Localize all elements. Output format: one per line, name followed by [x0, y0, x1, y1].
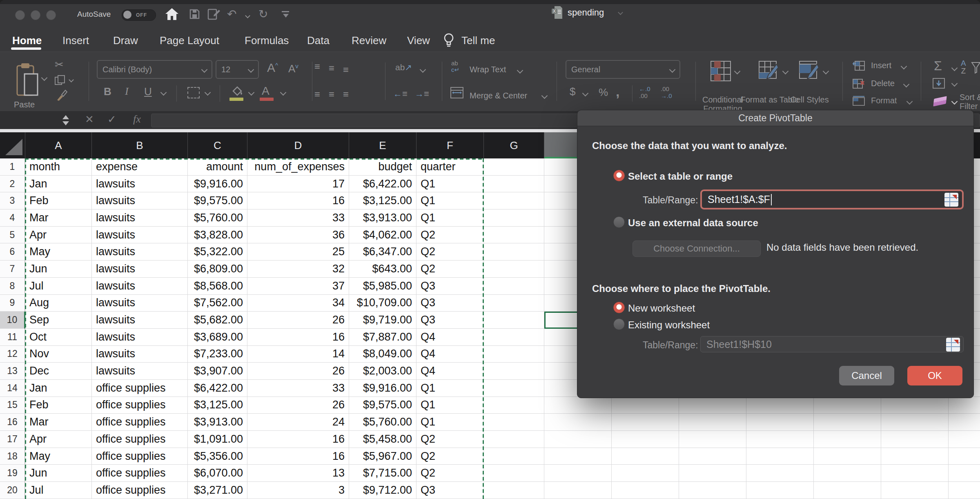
cell[interactable]: Oct [25, 329, 92, 346]
cell[interactable] [484, 329, 544, 346]
row-header-14[interactable]: 14 [0, 380, 25, 397]
cell[interactable]: Q4 [416, 329, 484, 346]
cell[interactable]: office supplies [92, 414, 188, 431]
cell[interactable]: $5,322.00 [188, 243, 247, 261]
cell[interactable]: Q1 [416, 176, 484, 193]
cell[interactable] [484, 158, 544, 176]
cell[interactable]: lawsuits [92, 261, 188, 278]
align-middle-icon[interactable]: ≡ [329, 62, 334, 74]
cell[interactable]: lawsuits [92, 209, 188, 227]
cell[interactable]: Feb [25, 397, 92, 414]
row-header-6[interactable]: 6 [0, 243, 25, 261]
cell[interactable]: Q1 [416, 192, 484, 209]
font-name-combo[interactable]: Calibri (Body) [97, 60, 212, 79]
cell[interactable] [484, 176, 544, 193]
radio-new-worksheet[interactable] [613, 302, 625, 313]
radio-new-worksheet-label[interactable]: New worksheet [628, 303, 695, 314]
cell[interactable]: lawsuits [92, 176, 188, 193]
cell[interactable]: $5,760.00 [349, 414, 416, 431]
cell[interactable] [484, 261, 544, 278]
cell[interactable]: Jul [25, 278, 92, 295]
underline-button[interactable]: U [144, 85, 152, 98]
undo-icon[interactable]: ↶ [227, 7, 236, 21]
customize-toolbar-icon[interactable] [282, 11, 289, 12]
cell[interactable] [484, 448, 544, 465]
redo-icon[interactable]: ↻ [258, 7, 268, 21]
cell[interactable]: Q3 [416, 482, 484, 499]
cell[interactable]: Q2 [416, 465, 484, 482]
decrease-decimal-icon[interactable]: ←.0.00 [639, 85, 650, 99]
empty-cells[interactable] [544, 448, 980, 465]
cell[interactable]: office supplies [92, 482, 188, 499]
cell[interactable]: Q2 [416, 227, 484, 244]
cell[interactable] [484, 346, 544, 363]
cell[interactable]: 14 [247, 346, 349, 363]
row-header-3[interactable]: 3 [0, 192, 25, 209]
delete-cells-icon[interactable] [853, 79, 865, 89]
cell[interactable]: Sep [25, 312, 92, 329]
title-chevron-icon[interactable] [618, 10, 623, 15]
empty-cells[interactable] [544, 465, 980, 482]
col-header-A[interactable]: A [25, 132, 92, 158]
align-center-icon[interactable]: ≡ [329, 89, 334, 100]
fill-chevron-icon[interactable] [951, 80, 958, 87]
cell[interactable]: Q1 [416, 397, 484, 414]
cell[interactable] [484, 192, 544, 209]
clear-chevron-icon[interactable] [951, 98, 958, 105]
cell[interactable]: lawsuits [92, 278, 188, 295]
name-box-stepper-up-icon[interactable] [62, 115, 69, 119]
cell[interactable] [484, 243, 544, 261]
cell[interactable]: 16 [247, 448, 349, 465]
empty-cells[interactable] [544, 431, 980, 448]
cell[interactable]: $3,913.00 [349, 209, 416, 227]
sort-filter-funnel-icon[interactable] [971, 62, 980, 74]
cell[interactable]: 26 [247, 312, 349, 329]
cell[interactable]: 33 [247, 380, 349, 397]
insert-cells-icon[interactable] [853, 61, 865, 71]
zoom-window-icon[interactable] [46, 10, 56, 20]
cell[interactable]: $9,916.00 [349, 380, 416, 397]
comma-format-icon[interactable]: , [616, 84, 619, 100]
autosave-toggle[interactable]: OFF [122, 9, 156, 21]
cell[interactable]: $7,715.00 [349, 465, 416, 482]
row-header-8[interactable]: 8 [0, 278, 25, 295]
col-header-E[interactable]: E [349, 132, 416, 158]
format-cells-icon[interactable] [853, 96, 865, 106]
orientation-chevron-icon[interactable] [420, 67, 426, 73]
italic-button[interactable]: I [125, 85, 129, 98]
cell[interactable]: budget [349, 158, 416, 176]
cell[interactable]: $9,916.00 [188, 176, 247, 193]
cell[interactable]: lawsuits [92, 346, 188, 363]
font-color-icon[interactable]: A [262, 85, 270, 98]
cell[interactable]: Q1 [416, 209, 484, 227]
cell[interactable]: lawsuits [92, 295, 188, 312]
cell[interactable]: $5,458.00 [349, 431, 416, 448]
cell[interactable]: 24 [247, 414, 349, 431]
row-header-1[interactable]: 1 [0, 158, 25, 176]
undo-chevron-icon[interactable] [245, 13, 250, 18]
cell[interactable]: $3,125.00 [349, 192, 416, 209]
cell[interactable]: $7,887.00 [349, 329, 416, 346]
cell-styles-icon[interactable] [799, 61, 820, 81]
cell[interactable]: $3,125.00 [188, 397, 247, 414]
save-as-icon[interactable] [207, 8, 220, 20]
align-top-icon[interactable]: ≡ [314, 61, 320, 72]
conditional-formatting-icon[interactable] [710, 61, 731, 81]
tab-tell-me[interactable]: Tell me [461, 34, 495, 47]
cancel-formula-icon[interactable]: ✕ [85, 113, 94, 126]
insert-chevron-icon[interactable] [901, 63, 907, 70]
currency-chevron-icon[interactable] [582, 90, 589, 97]
cell[interactable]: May [25, 448, 92, 465]
tab-view[interactable]: View [407, 34, 430, 47]
radio-existing-worksheet-label[interactable]: Existing worksheet [628, 319, 710, 331]
sort-filter-az-icon[interactable]: AZ [961, 59, 966, 75]
cell[interactable]: $3,913.00 [188, 414, 247, 431]
home-icon[interactable] [165, 7, 179, 21]
row-header-5[interactable]: 5 [0, 227, 25, 244]
copy-chevron-icon[interactable] [69, 77, 74, 82]
cell[interactable]: May [25, 243, 92, 261]
merge-center-icon[interactable] [450, 87, 463, 98]
cell[interactable] [484, 380, 544, 397]
cell[interactable]: 25 [247, 243, 349, 261]
cell[interactable]: lawsuits [92, 329, 188, 346]
